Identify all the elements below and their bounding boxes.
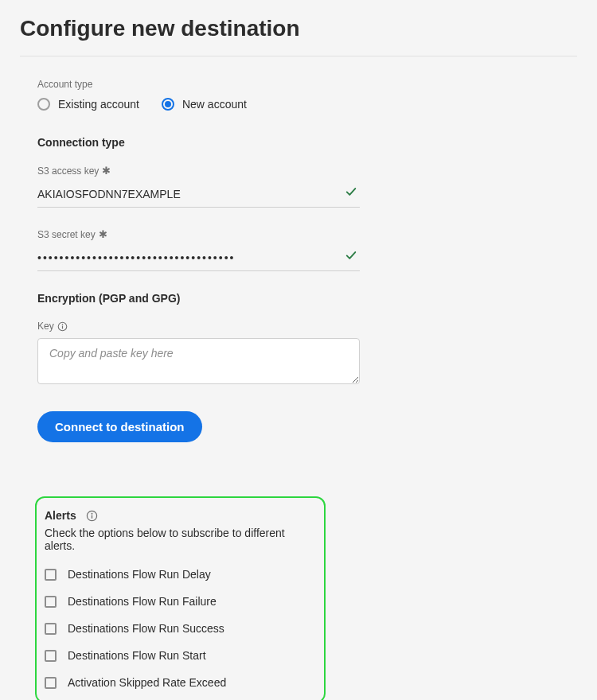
s3-secret-key-label: S3 secret key ✱ [37,228,577,240]
alerts-panel: Alerts Check the options below to subscr… [35,496,326,700]
alerts-checkbox-list: Destinations Flow Run Delay Destinations… [45,568,316,689]
required-asterisk-icon: ✱ [99,228,107,240]
s3-secret-key-input[interactable] [37,247,360,271]
checkbox-icon [45,596,57,608]
alerts-heading: Alerts [45,509,76,522]
svg-point-1 [61,324,63,325]
radio-icon [162,98,174,111]
checkbox-icon [45,623,57,635]
checkbox-label: Activation Skipped Rate Exceed [68,676,226,689]
divider [20,56,577,56]
checkmark-icon [345,186,357,197]
checkbox-icon [45,569,57,581]
svg-rect-5 [92,515,92,518]
alerts-description: Check the options below to subscribe to … [45,527,316,552]
checkbox-icon [45,650,57,662]
required-asterisk-icon: ✱ [102,165,111,177]
encryption-key-label: Key [37,321,577,332]
account-type-label: Account type [37,79,577,90]
checkbox-flow-run-delay[interactable]: Destinations Flow Run Delay [45,568,316,581]
radio-label: New account [182,98,247,111]
radio-existing-account[interactable]: Existing account [37,98,139,111]
checkbox-label: Destinations Flow Run Delay [68,568,211,581]
radio-icon [37,98,50,111]
s3-access-key-label: S3 access key ✱ [37,165,577,177]
account-type-radio-group: Existing account New account [37,98,577,111]
checkbox-icon [45,677,57,689]
encryption-heading: Encryption (PGP and GPG) [37,292,577,305]
checkbox-label: Destinations Flow Run Start [68,649,206,662]
s3-access-key-input[interactable] [37,183,360,208]
svg-point-4 [91,512,92,514]
page-title: Configure new destination [20,16,577,41]
checkmark-icon [345,250,357,261]
checkbox-flow-run-success[interactable]: Destinations Flow Run Success [45,622,316,635]
checkbox-label: Destinations Flow Run Success [68,622,224,635]
connect-to-destination-button[interactable]: Connect to destination [37,411,202,442]
checkbox-flow-run-failure[interactable]: Destinations Flow Run Failure [45,595,316,608]
checkbox-flow-run-start[interactable]: Destinations Flow Run Start [45,649,316,662]
info-icon[interactable] [57,321,68,332]
checkbox-activation-skipped-rate[interactable]: Activation Skipped Rate Exceed [45,676,316,689]
encryption-key-textarea[interactable] [37,338,360,384]
info-icon[interactable] [86,510,98,522]
checkbox-label: Destinations Flow Run Failure [68,595,217,608]
connection-type-heading: Connection type [37,136,577,149]
svg-rect-2 [62,325,63,329]
radio-label: Existing account [58,98,139,111]
radio-new-account[interactable]: New account [162,98,247,111]
